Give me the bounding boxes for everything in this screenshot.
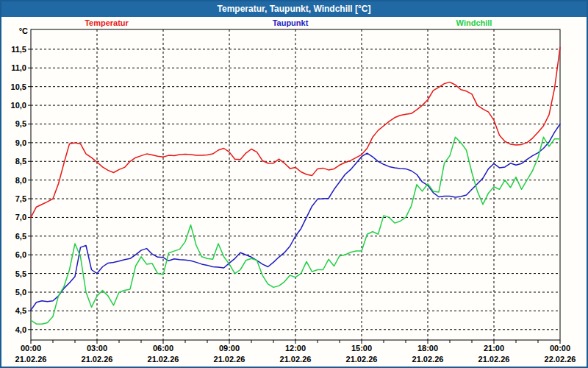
y-tick-label: 10,0 [11, 101, 26, 110]
y-tick-label: 6,0 [15, 250, 26, 259]
y-tick-label: 11,0 [11, 63, 26, 72]
y-tick-label: 5,5 [15, 269, 26, 278]
y-tick-label: 9,5 [15, 119, 26, 128]
x-tick-time-label: 00:00 [550, 344, 570, 353]
y-axis-unit: °C [7, 26, 28, 35]
x-tick-date-label: 21.02.26 [148, 355, 179, 364]
x-tick-time-label: 21:00 [484, 344, 504, 353]
x-tick-date-label: 21.02.26 [478, 355, 510, 364]
x-tick-date-label: 22.02.26 [545, 355, 576, 364]
x-tick-date-label: 21.02.26 [82, 355, 113, 364]
y-tick-label: 8,0 [15, 176, 26, 185]
x-tick-time-label: 15:00 [351, 344, 372, 353]
y-tick-label: 9,0 [15, 138, 26, 147]
x-tick-time-label: 06:00 [153, 344, 173, 353]
y-tick-label: 6,5 [15, 232, 26, 241]
x-tick-time-label: 12:00 [285, 344, 306, 353]
title-bar: Temperatur, Taupunkt, Windchill [°C] [1, 1, 587, 17]
weather-chart-window: Temperatur, Taupunkt, Windchill [°C] Tem… [0, 0, 588, 368]
legend-item-temperatur: Temperatur [85, 18, 129, 27]
y-tick-label: 5,0 [15, 288, 26, 297]
x-tick-date-label: 21.02.26 [412, 355, 444, 364]
legend-item-windchill: Windchill [456, 18, 492, 27]
y-tick-label: 10,5 [11, 82, 26, 91]
window-title: Temperatur, Taupunkt, Windchill [°C] [218, 4, 371, 14]
x-tick-date-label: 21.02.26 [214, 355, 245, 364]
x-tick-date-label: 21.02.26 [15, 355, 47, 364]
x-tick-date-label: 21.02.26 [346, 355, 378, 364]
x-tick-time-label: 00:00 [21, 344, 41, 353]
y-tick-label: 11,5 [11, 45, 26, 54]
legend-item-taupunkt: Taupunkt [273, 18, 309, 27]
x-tick-time-label: 09:00 [219, 344, 240, 353]
y-tick-label: 8,5 [15, 157, 26, 166]
y-tick-label: 4,5 [15, 306, 26, 315]
chart-canvas: 4,04,55,05,56,06,57,07,58,08,59,09,510,0… [1, 1, 587, 367]
y-tick-label: 7,5 [15, 194, 26, 203]
x-tick-time-label: 03:00 [87, 344, 107, 353]
x-tick-time-label: 18:00 [417, 344, 438, 353]
x-tick-date-label: 21.02.26 [280, 355, 312, 364]
y-tick-label: 7,0 [15, 213, 26, 222]
y-tick-label: 4,0 [15, 325, 26, 334]
